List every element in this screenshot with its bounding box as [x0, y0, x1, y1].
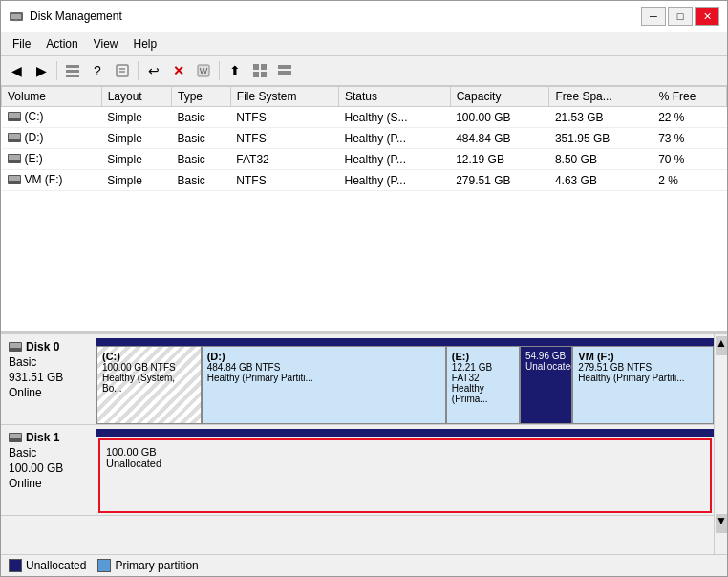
cell-fs: NTFS [230, 170, 338, 191]
title-bar-left: Disk Management [9, 9, 122, 24]
svg-rect-5 [66, 75, 79, 77]
cell-capacity: 100.00 GB [450, 107, 549, 128]
cell-pct: 2 % [653, 170, 726, 191]
cell-capacity: 12.19 GB [450, 149, 549, 170]
disk1-type: Basic [9, 446, 88, 459]
svg-rect-13 [253, 72, 259, 77]
svg-rect-26 [10, 343, 21, 348]
svg-rect-6 [117, 65, 128, 76]
disk0-label: Disk 0 Basic 931.51 GB Online [1, 334, 96, 424]
svg-rect-20 [9, 134, 20, 139]
col-status: Status [339, 87, 451, 107]
help-button[interactable]: ? [86, 59, 109, 82]
disk0-status: Online [9, 386, 88, 399]
disk0-partitions-row: (C:) 100.00 GB NTFS Healthy (System, Bo.… [96, 346, 714, 424]
disk1-unalloc-size: 100.00 GB [106, 446, 704, 458]
svg-rect-18 [9, 113, 20, 118]
properties-button[interactable] [111, 59, 134, 82]
refresh-button[interactable]: ✕ [167, 59, 190, 82]
svg-rect-15 [278, 65, 291, 69]
disk-view-pane: Disk 0 Basic 931.51 GB Online (C:) 100.0… [1, 334, 727, 554]
toolbar-sep-2 [138, 61, 139, 80]
disk0-icon [9, 342, 22, 352]
legend-primary-box [97, 559, 111, 572]
disk0-unallocated[interactable]: 54.96 GB Unallocated [520, 346, 572, 424]
svg-rect-22 [9, 155, 20, 160]
menu-action[interactable]: Action [38, 34, 85, 53]
disk1-name: Disk 1 [26, 431, 59, 444]
menu-bar: File Action View Help [1, 32, 727, 56]
minimize-button[interactable]: ─ [641, 7, 666, 26]
svg-point-2 [15, 20, 17, 22]
disk1-bar [96, 429, 714, 437]
toolbar-sep-3 [219, 61, 220, 80]
menu-file[interactable]: File [5, 34, 38, 53]
title-bar: Disk Management ─ □ ✕ [1, 1, 727, 32]
cell-layout: Simple [101, 170, 171, 191]
show-volume-list-button[interactable] [61, 59, 84, 82]
toolbar: ◀ ▶ ? ↩ ✕ W ⬆ [1, 56, 727, 86]
svg-rect-3 [66, 65, 79, 68]
cell-status: Healthy (P... [339, 128, 451, 149]
disk1-unallocated[interactable]: 100.00 GB Unallocated [98, 438, 712, 513]
maximize-button[interactable]: □ [668, 7, 693, 26]
back-button[interactable]: ◀ [5, 59, 28, 82]
view1-button[interactable] [248, 59, 271, 82]
cell-layout: Simple [101, 149, 171, 170]
cell-pct: 70 % [653, 149, 726, 170]
table-row[interactable]: (D:) Simple Basic NTFS Healthy (P... 484… [2, 128, 727, 149]
cell-status: Healthy (P... [339, 149, 451, 170]
scroll-down-arrow[interactable]: ▼ [716, 514, 727, 533]
cell-type: Basic [171, 149, 230, 170]
svg-rect-14 [261, 72, 267, 77]
legend-unallocated: Unallocated [9, 559, 86, 572]
disk0-bar [96, 338, 714, 346]
cell-free: 21.53 GB [549, 107, 653, 128]
up-button[interactable]: ⬆ [224, 59, 246, 82]
disk1-status: Online [9, 477, 88, 490]
disk0-d-partition[interactable]: (D:) 484.84 GB NTFS Healthy (Primary Par… [202, 346, 446, 424]
toolbar-sep-1 [56, 61, 57, 80]
disk0-c-partition[interactable]: (C:) 100.00 GB NTFS Healthy (System, Bo.… [96, 346, 202, 424]
wizard-button[interactable]: W [192, 59, 215, 82]
table-row[interactable]: (E:) Simple Basic FAT32 Healthy (P... 12… [2, 149, 727, 170]
undo-button[interactable]: ↩ [142, 59, 165, 82]
scrollbar[interactable]: ▲ ▼ [714, 334, 727, 554]
close-button[interactable]: ✕ [695, 7, 719, 26]
disk0-section: Disk 0 Basic 931.51 GB Online (C:) 100.0… [1, 334, 714, 425]
col-free: Free Spa... [549, 87, 653, 107]
main-window: Disk Management ─ □ ✕ File Action View H… [0, 0, 728, 577]
scroll-up-arrow[interactable]: ▲ [716, 336, 727, 355]
col-volume: Volume [2, 87, 102, 107]
col-fs: File System [230, 87, 338, 107]
disk0-e-partition[interactable]: (E:) 12.21 GB FAT32 Healthy (Prima... [446, 346, 520, 424]
cell-status: Healthy (S... [339, 107, 451, 128]
svg-rect-4 [66, 70, 79, 73]
svg-rect-16 [278, 71, 291, 75]
cell-free: 351.95 GB [549, 128, 653, 149]
cell-layout: Simple [101, 128, 171, 149]
menu-help[interactable]: Help [126, 34, 165, 53]
legend-primary-label: Primary partition [115, 559, 198, 572]
svg-rect-11 [253, 64, 259, 70]
disk1-label: Disk 1 Basic 100.00 GB Online [1, 425, 96, 515]
cell-pct: 73 % [653, 128, 726, 149]
legend-unallocated-box [9, 559, 22, 572]
disk0-vmf-partition[interactable]: VM (F:) 279.51 GB NTFS Healthy (Primary … [572, 346, 714, 424]
svg-rect-24 [9, 176, 20, 181]
disk1-unalloc-label: Unallocated [106, 458, 704, 469]
menu-view[interactable]: View [86, 34, 126, 53]
disk1-section: Disk 1 Basic 100.00 GB Online 100.00 GB … [1, 425, 714, 516]
view2-button[interactable] [273, 59, 296, 82]
svg-rect-1 [11, 14, 21, 19]
col-pct: % Free [653, 87, 726, 107]
window-title: Disk Management [30, 10, 122, 23]
table-row[interactable]: (C:) Simple Basic NTFS Healthy (S... 100… [2, 107, 727, 128]
cell-volume: (D:) [2, 128, 102, 149]
table-row[interactable]: VM (F:) Simple Basic NTFS Healthy (P... … [2, 170, 727, 191]
cell-status: Healthy (P... [339, 170, 451, 191]
forward-button[interactable]: ▶ [30, 59, 53, 82]
svg-text:W: W [200, 66, 208, 75]
volume-list-pane[interactable]: Volume Layout Type File System Status Ca… [1, 86, 727, 334]
cell-pct: 22 % [653, 107, 726, 128]
